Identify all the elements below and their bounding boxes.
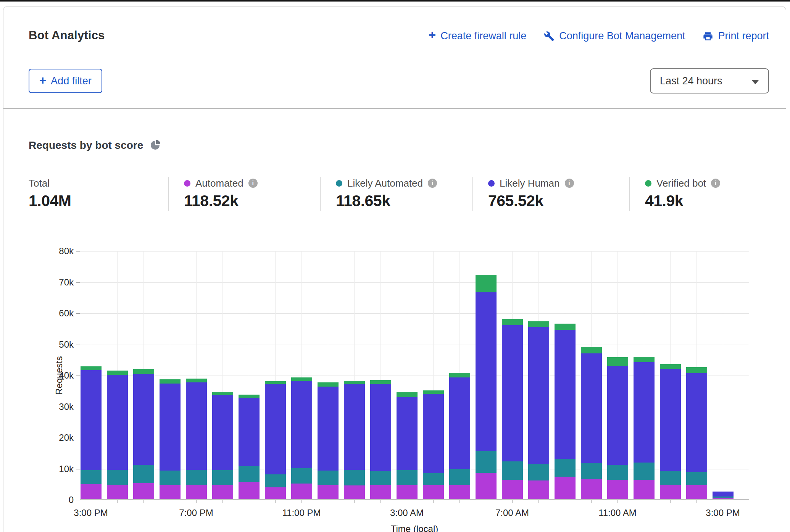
segment-likely-human[interactable] [634,362,655,463]
segment-verified-bot[interactable] [581,347,602,353]
segment-likely-automated[interactable] [107,470,128,485]
segment-likely-human[interactable] [186,382,207,470]
segment-likely-human[interactable] [686,373,707,472]
segment-automated[interactable] [370,485,391,499]
segment-likely-automated[interactable] [502,461,523,479]
bar-0[interactable] [81,366,102,499]
segment-verified-bot[interactable] [555,324,576,330]
segment-likely-human[interactable] [318,387,339,471]
segment-verified-bot[interactable] [344,381,365,384]
segment-likely-automated[interactable] [81,470,102,484]
segment-likely-human[interactable] [265,384,286,474]
segment-likely-automated[interactable] [160,471,181,485]
segment-likely-human[interactable] [107,375,128,470]
bar-13[interactable] [423,390,444,499]
info-icon[interactable] [711,179,720,188]
segment-automated[interactable] [81,484,102,499]
segment-automated[interactable] [133,483,154,499]
segment-likely-automated[interactable] [239,466,260,482]
segment-automated[interactable] [186,485,207,499]
segment-verified-bot[interactable] [660,364,681,369]
segment-likely-automated[interactable] [186,470,207,484]
segment-verified-bot[interactable] [160,379,181,384]
segment-likely-automated[interactable] [291,468,312,484]
segment-likely-automated[interactable] [555,459,576,477]
segment-likely-automated[interactable] [370,471,391,485]
bar-3[interactable] [160,379,181,499]
segment-likely-human[interactable] [476,292,497,451]
segment-likely-human[interactable] [713,492,734,496]
segment-likely-automated[interactable] [607,465,628,480]
segment-verified-bot[interactable] [212,392,233,395]
bar-22[interactable] [660,364,681,500]
info-icon[interactable] [248,179,258,188]
segment-verified-bot[interactable] [476,275,497,292]
segment-likely-automated[interactable] [528,464,549,480]
bar-23[interactable] [686,367,707,499]
segment-likely-human[interactable] [397,397,418,471]
segment-automated[interactable] [581,479,602,499]
segment-likely-human[interactable] [370,384,391,471]
segment-automated[interactable] [686,485,707,499]
segment-verified-bot[interactable] [107,371,128,375]
bar-15[interactable] [476,275,497,499]
segment-likely-human[interactable] [239,398,260,466]
bar-4[interactable] [186,379,207,499]
segment-likely-human[interactable] [607,366,628,464]
segment-likely-automated[interactable] [449,469,470,485]
segment-likely-human[interactable] [581,353,602,463]
segment-verified-bot[interactable] [423,390,444,394]
segment-likely-human[interactable] [528,327,549,464]
segment-likely-human[interactable] [160,384,181,471]
segment-likely-human[interactable] [502,325,523,461]
segment-verified-bot[interactable] [133,369,154,374]
segment-automated[interactable] [713,498,734,499]
segment-automated[interactable] [660,485,681,499]
bar-5[interactable] [212,392,233,499]
segment-verified-bot[interactable] [686,367,707,373]
configure-bot-management-link[interactable]: Configure Bot Management [544,30,685,42]
segment-verified-bot[interactable] [502,319,523,325]
segment-automated[interactable] [212,485,233,499]
segment-automated[interactable] [555,477,576,499]
segment-likely-automated[interactable] [318,471,339,485]
segment-likely-human[interactable] [449,377,470,469]
bar-12[interactable] [397,392,418,499]
segment-verified-bot[interactable] [81,366,102,370]
segment-automated[interactable] [318,485,339,499]
segment-automated[interactable] [476,473,497,499]
segment-likely-human[interactable] [344,384,365,470]
time-range-select[interactable]: Last 24 hours [650,68,769,94]
info-icon[interactable] [428,179,437,188]
segment-verified-bot[interactable] [607,357,628,366]
info-icon[interactable] [565,179,574,188]
add-filter-button[interactable]: Add filter [29,69,102,93]
bar-24[interactable] [713,492,734,499]
bar-8[interactable] [291,377,312,499]
create-firewall-rule-link[interactable]: Create firewall rule [429,30,526,42]
bar-6[interactable] [239,395,260,499]
segment-likely-automated[interactable] [397,470,418,485]
segment-likely-automated[interactable] [133,465,154,483]
segment-likely-human[interactable] [133,374,154,465]
segment-verified-bot[interactable] [370,380,391,384]
segment-likely-automated[interactable] [265,474,286,487]
print-report-link[interactable]: Print report [703,30,769,42]
segment-likely-human[interactable] [212,395,233,470]
segment-automated[interactable] [239,482,260,499]
bar-18[interactable] [555,324,576,499]
segment-automated[interactable] [291,484,312,499]
segment-likely-human[interactable] [423,394,444,473]
bar-11[interactable] [370,380,391,499]
segment-verified-bot[interactable] [449,373,470,377]
bar-14[interactable] [449,373,470,499]
segment-verified-bot[interactable] [318,382,339,387]
segment-automated[interactable] [344,485,365,499]
segment-automated[interactable] [449,485,470,499]
segment-likely-human[interactable] [555,330,576,459]
segment-verified-bot[interactable] [528,321,549,327]
segment-likely-automated[interactable] [344,470,365,485]
segment-automated[interactable] [502,480,523,499]
segment-verified-bot[interactable] [291,377,312,381]
bar-20[interactable] [607,357,628,499]
